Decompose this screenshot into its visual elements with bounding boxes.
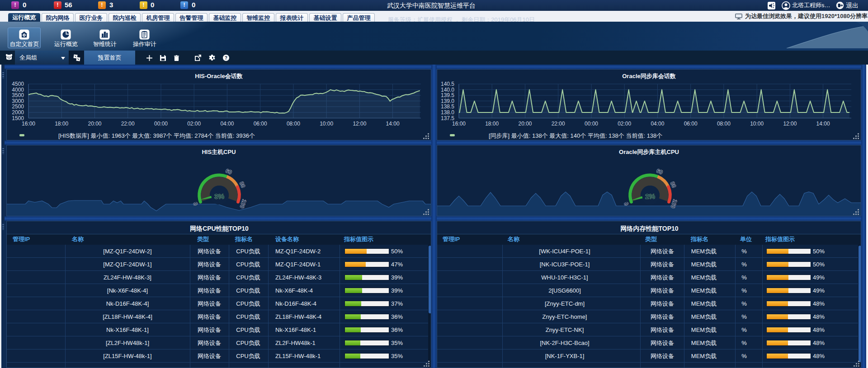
svg-text:3%: 3% <box>214 192 224 200</box>
svg-text:08:00: 08:00 <box>717 121 731 127</box>
svg-text:18:00: 18:00 <box>485 121 499 127</box>
svg-text:[HIS数据库] 最小值: 1963个 最大值: 3987个: [HIS数据库] 最小值: 1963个 最大值: 3987个 平均值: 2784… <box>58 132 255 139</box>
svg-text:10:00: 10:00 <box>320 121 333 127</box>
svg-text:06:00: 06:00 <box>254 121 267 127</box>
svg-text:16:00: 16:00 <box>22 121 35 127</box>
svg-text:14:00: 14:00 <box>386 121 400 127</box>
svg-text:137.5: 137.5 <box>441 115 454 121</box>
svg-text:0: 0 <box>623 201 630 206</box>
svg-text:20:00: 20:00 <box>518 121 532 127</box>
svg-text:[同步库] 最小值: 138个 最大值: 140个 平均值:: [同步库] 最小值: 138个 最大值: 140个 平均值: 138个 当前值:… <box>489 132 662 139</box>
svg-text:04:00: 04:00 <box>651 121 664 127</box>
svg-text:60: 60 <box>656 168 664 176</box>
svg-text:08:00: 08:00 <box>287 121 300 127</box>
svg-text:06:00: 06:00 <box>684 121 698 127</box>
svg-text:00:00: 00:00 <box>585 121 598 127</box>
svg-text:22:00: 22:00 <box>552 121 565 127</box>
svg-text:14:00: 14:00 <box>816 121 830 127</box>
svg-text:20:00: 20:00 <box>88 121 101 127</box>
svg-text:16:00: 16:00 <box>452 121 466 127</box>
svg-text:?: ? <box>225 56 227 61</box>
svg-text:22:00: 22:00 <box>121 121 135 127</box>
svg-text:02:00: 02:00 <box>618 121 631 127</box>
svg-text:00:00: 00:00 <box>154 121 168 127</box>
svg-text:10:00: 10:00 <box>750 121 764 127</box>
svg-text:12:00: 12:00 <box>783 121 797 127</box>
svg-text:2%: 2% <box>645 192 655 200</box>
svg-text:04:00: 04:00 <box>220 121 234 127</box>
svg-text:1500: 1500 <box>12 115 24 121</box>
svg-text:18:00: 18:00 <box>55 121 68 127</box>
svg-text:02:00: 02:00 <box>187 121 201 127</box>
svg-text:60: 60 <box>225 168 233 176</box>
svg-text:12:00: 12:00 <box>353 121 366 127</box>
